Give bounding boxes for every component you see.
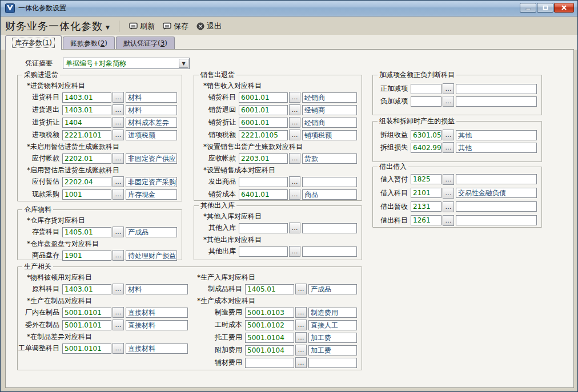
ellipsis-lookup-button[interactable]: … <box>113 343 124 354</box>
account-code-field[interactable]: 1825 <box>411 174 441 184</box>
account-name-field[interactable]: 产成品 <box>308 284 357 294</box>
account-code-field[interactable]: 1404 <box>62 118 111 128</box>
account-name-field[interactable] <box>456 174 537 184</box>
account-code-field[interactable]: 6301.05 <box>411 130 441 140</box>
account-code-field[interactable]: 2131 <box>411 201 441 212</box>
ellipsis-lookup-button[interactable]: … <box>443 174 454 185</box>
ellipsis-lookup-button[interactable]: … <box>289 130 300 140</box>
ellipsis-lookup-button[interactable]: … <box>113 189 124 200</box>
account-name-field[interactable] <box>302 177 357 187</box>
account-code-field[interactable]: 5001.0102 <box>245 320 294 330</box>
account-name-field[interactable]: 经销商 <box>302 105 357 115</box>
account-code-field[interactable]: 2202.01 <box>62 153 111 164</box>
close-button[interactable] <box>554 3 574 13</box>
voucher-summary-combobox[interactable]: 单据编号+对象简称 ▼ <box>63 58 190 69</box>
exit-button[interactable]: 退出 <box>192 19 226 34</box>
account-code-field[interactable] <box>239 246 288 257</box>
ellipsis-lookup-button[interactable]: … <box>289 153 300 164</box>
account-name-field[interactable]: 交易性金融负债 <box>456 188 537 198</box>
minimize-button[interactable] <box>520 3 536 13</box>
ellipsis-lookup-button[interactable]: … <box>289 189 300 200</box>
account-name-field[interactable] <box>456 201 537 212</box>
account-name-field[interactable]: 产成品 <box>126 227 177 237</box>
ellipsis-lookup-button[interactable]: … <box>113 307 124 318</box>
ellipsis-lookup-button[interactable]: … <box>443 96 454 107</box>
account-code-field[interactable]: 5001.0101 <box>62 320 111 330</box>
account-name-field[interactable]: 加工费 <box>308 333 357 343</box>
ellipsis-lookup-button[interactable]: … <box>295 357 307 368</box>
account-name-field[interactable]: 直接材料 <box>126 320 188 330</box>
account-code-field[interactable]: 6001.01 <box>239 105 288 115</box>
ellipsis-lookup-button[interactable]: … <box>443 215 454 226</box>
refresh-button[interactable]: 刷新 <box>125 19 159 34</box>
account-name-field[interactable]: 直接人工 <box>308 320 357 330</box>
tab-2[interactable]: 账款参数(2) <box>63 37 115 50</box>
account-name-field[interactable]: 材料 <box>126 105 177 115</box>
ellipsis-lookup-button[interactable]: … <box>295 320 307 330</box>
account-name-field[interactable]: 其他 <box>456 130 537 140</box>
account-name-field[interactable]: 经销商 <box>302 92 357 103</box>
account-code-field[interactable] <box>411 96 441 107</box>
account-name-field[interactable] <box>302 246 357 257</box>
account-name-field[interactable]: 库存现金 <box>126 189 177 200</box>
account-code-field[interactable]: 2202.04 <box>62 177 111 187</box>
account-name-field[interactable] <box>456 215 537 225</box>
account-name-field[interactable]: 货款 <box>302 153 357 164</box>
account-code-field[interactable]: 2203.01 <box>239 153 288 164</box>
account-code-field[interactable]: 1001 <box>62 189 111 200</box>
ellipsis-lookup-button[interactable]: … <box>113 153 124 164</box>
account-code-field[interactable]: 6402.99 <box>411 143 441 153</box>
ellipsis-lookup-button[interactable]: … <box>443 130 454 140</box>
account-code-field[interactable]: 1901 <box>62 250 111 261</box>
account-code-field[interactable]: 1405.01 <box>245 284 294 294</box>
account-code-field[interactable]: 6001.01 <box>239 118 288 128</box>
ellipsis-lookup-button[interactable]: … <box>289 104 300 115</box>
ellipsis-lookup-button[interactable]: … <box>295 307 307 318</box>
ellipsis-lookup-button[interactable]: … <box>289 92 300 103</box>
ellipsis-lookup-button[interactable]: … <box>113 104 124 115</box>
dropdown-caret-icon[interactable]: ▼ <box>106 25 110 30</box>
account-code-field[interactable]: 2221.0105 <box>239 130 288 140</box>
account-name-field[interactable] <box>456 96 537 107</box>
account-code-field[interactable]: 2221.0101 <box>62 130 111 140</box>
account-name-field[interactable]: 材料成本差异 <box>126 118 177 128</box>
account-name-field[interactable]: 非固定资产采购暂估 <box>126 177 177 187</box>
account-name-field[interactable]: 待处理财产损益 <box>126 250 177 261</box>
ellipsis-lookup-button[interactable]: … <box>289 176 300 187</box>
account-code-field[interactable]: 2101 <box>411 188 441 198</box>
account-code-field[interactable]: 1403.01 <box>62 284 111 294</box>
account-code-field[interactable]: 1403.01 <box>62 105 111 115</box>
account-code-field[interactable]: 5001.0103 <box>245 308 294 318</box>
account-name-field[interactable]: 经销商 <box>302 118 357 128</box>
account-code-field[interactable]: 5001.0101 <box>62 308 111 318</box>
account-name-field[interactable]: 制造费用 <box>308 308 357 318</box>
account-code-field[interactable]: 6401.01 <box>239 189 288 200</box>
account-name-field[interactable] <box>308 358 357 368</box>
account-name-field[interactable]: 直接材料 <box>126 308 188 318</box>
account-name-field[interactable] <box>456 84 537 94</box>
account-code-field[interactable]: 5001.0104 <box>245 333 294 343</box>
account-code-field[interactable] <box>239 223 288 233</box>
account-name-field[interactable]: 非固定资产供应商 <box>126 153 177 164</box>
account-name-field[interactable]: 进项税额 <box>126 130 177 140</box>
account-name-field[interactable]: 销项税额 <box>302 130 357 140</box>
ellipsis-lookup-button[interactable]: … <box>113 117 124 128</box>
ellipsis-lookup-button[interactable]: … <box>113 250 124 261</box>
account-name-field[interactable]: 商品 <box>302 189 357 200</box>
ellipsis-lookup-button[interactable]: … <box>443 142 454 153</box>
account-code-field[interactable] <box>245 358 294 368</box>
tab-1[interactable]: 库存参数(1) <box>5 35 62 50</box>
save-button[interactable]: 保存 <box>159 19 192 34</box>
ellipsis-lookup-button[interactable]: … <box>443 201 454 212</box>
account-name-field[interactable]: 材料 <box>126 284 188 294</box>
ellipsis-lookup-button[interactable]: … <box>443 83 454 94</box>
ellipsis-lookup-button[interactable]: … <box>289 117 300 128</box>
account-name-field[interactable] <box>302 223 357 233</box>
ellipsis-lookup-button[interactable]: … <box>443 188 454 199</box>
ellipsis-lookup-button[interactable]: … <box>295 284 307 294</box>
account-code-field[interactable]: 5001.0104 <box>245 345 294 355</box>
account-code-field[interactable]: 1405.01 <box>62 227 111 237</box>
ellipsis-lookup-button[interactable]: … <box>113 320 124 330</box>
restore-button[interactable] <box>537 3 553 13</box>
ellipsis-lookup-button[interactable]: … <box>289 223 300 233</box>
